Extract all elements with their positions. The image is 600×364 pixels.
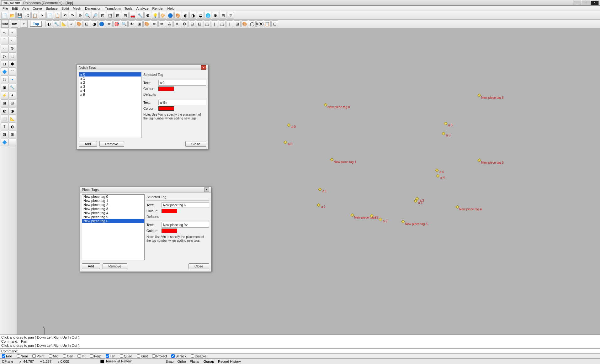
toolbar1-btn-1[interactable]: 📂 <box>9 12 16 19</box>
toolbar1-btn-26[interactable]: ◒ <box>197 12 204 19</box>
menu-solid[interactable]: Solid <box>60 7 71 10</box>
osnap-mid[interactable]: Mid <box>49 354 59 358</box>
toolbar1-btn-19[interactable]: ⚙ <box>144 12 151 19</box>
side-tool-14-1[interactable] <box>8 139 16 146</box>
toolbar2-btn-24[interactable]: | <box>226 20 233 27</box>
side-tool-6-0[interactable]: ⬡ <box>1 76 8 83</box>
notch-mark[interactable] <box>442 132 445 135</box>
notch-mark[interactable] <box>284 140 287 144</box>
notch-mark[interactable] <box>287 123 290 127</box>
side-tool-5-0[interactable]: 🔷 <box>1 68 8 76</box>
osnap-quad[interactable]: Quad <box>120 354 132 358</box>
toolbar2-btn-14[interactable]: ✏ <box>151 20 158 27</box>
osnap-int[interactable]: Int <box>77 354 85 358</box>
osnap-point[interactable]: Point <box>32 354 44 358</box>
toolbar1-btn-8[interactable]: ↶ <box>61 12 68 19</box>
piece-default-colour-swatch[interactable] <box>162 229 177 233</box>
side-tool-13-1[interactable]: ⊞ <box>8 131 16 138</box>
side-tool-0-0[interactable]: ↖ <box>1 29 8 36</box>
piece-remove-button[interactable]: Remove <box>103 263 127 269</box>
notch-mark[interactable] <box>436 174 439 177</box>
notch-tags-list[interactable]: a 0a 1a 2a 3a 4a 5 <box>79 72 141 138</box>
toolbar2-btn-19[interactable]: ⊞ <box>188 20 195 27</box>
toolbar1-btn-23[interactable]: 🎨 <box>174 12 181 19</box>
piece-list-item[interactable]: New piece tag 0 <box>82 195 144 199</box>
side-tool-11-0[interactable]: ⬜ <box>1 115 8 123</box>
toolbar2-btn-5[interactable]: ⊡ <box>83 20 90 27</box>
toolbar2-btn-18[interactable]: ⚙ <box>181 20 188 27</box>
side-tool-12-0[interactable]: T <box>1 123 8 130</box>
piece-tag-mark[interactable] <box>477 158 481 162</box>
piece-tag-mark[interactable] <box>324 103 327 106</box>
side-tool-8-1[interactable]: ✦ <box>8 92 16 99</box>
toolbar1-btn-9[interactable]: ↷ <box>69 12 76 19</box>
side-tool-10-1[interactable]: ◑ <box>8 107 16 115</box>
toolbar1-btn-10[interactable]: ⊕ <box>77 12 83 19</box>
viewport-top[interactable]: New piece tag 0New piece tag 1New piece … <box>17 28 600 342</box>
current-layer[interactable]: Terra-Flat Pattern <box>105 359 132 363</box>
command-prompt[interactable]: Command: <box>0 348 600 353</box>
osnap-knot[interactable]: Knot <box>137 354 148 358</box>
toolbar2-btn-25[interactable]: ⊞ <box>234 20 241 27</box>
toolbar2-btn-27[interactable]: ◯ <box>249 20 256 27</box>
piece-dialog-titlebar[interactable]: Piece Tags ✕ <box>80 187 211 193</box>
piece-list-item[interactable]: New piece tag 4 <box>82 211 144 215</box>
toolbar1-btn-20[interactable]: 💡 <box>152 12 159 19</box>
notch-list-item[interactable]: a 0 <box>79 72 141 76</box>
menu-file[interactable]: File <box>1 7 10 10</box>
piece-tag-mark[interactable] <box>455 205 459 208</box>
toolbar1-btn-16[interactable]: ⊟ <box>122 12 129 19</box>
piece-tag-mark[interactable] <box>401 220 405 223</box>
toolbar1-btn-18[interactable]: 🔧 <box>137 12 144 19</box>
toolbar2-btn-15[interactable]: ✏ <box>158 20 165 27</box>
side-tool-0-1[interactable]: ▫ <box>8 29 16 36</box>
status-toggle-planar[interactable]: Planar <box>188 360 202 363</box>
piece-list-item[interactable]: New piece tag 2 <box>82 203 144 207</box>
toolbar2-btn-30[interactable]: ⊡ <box>271 20 278 27</box>
status-toggle-ortho[interactable]: Ortho <box>175 360 188 363</box>
side-tool-14-0[interactable]: 🔷 <box>1 139 8 146</box>
notch-mark[interactable] <box>379 218 382 221</box>
side-tool-4-1[interactable]: ⬢ <box>8 60 16 68</box>
toolbar2-btn-16[interactable]: A <box>166 20 173 27</box>
piece-close-button[interactable]: Close <box>188 263 209 269</box>
side-tool-8-0[interactable]: ⚡ <box>1 92 8 99</box>
menu-curve[interactable]: Curve <box>31 7 44 10</box>
toolbar2-btn-23[interactable]: ⬚ <box>219 20 226 27</box>
menu-mesh[interactable]: Mesh <box>71 7 83 10</box>
menu-transform[interactable]: Transform <box>103 7 123 10</box>
minimize-button[interactable]: — <box>573 1 581 5</box>
piece-default-text-input[interactable] <box>162 222 209 228</box>
notch-default-colour-swatch[interactable] <box>158 106 174 111</box>
toolbar1-btn-24[interactable]: ◐ <box>182 12 189 19</box>
notch-list-item[interactable]: a 1 <box>79 76 141 81</box>
toolbar1-btn-6[interactable]: 📄 <box>46 12 53 19</box>
menu-help[interactable]: Help <box>166 7 177 10</box>
side-tool-12-1[interactable]: ◐ <box>8 123 16 130</box>
menu-edit[interactable]: Edit <box>10 7 20 10</box>
toolbar2-btn-9[interactable]: 🎯 <box>113 20 120 27</box>
toolbar1-btn-3[interactable]: 🖨 <box>24 12 31 19</box>
toolbar1-btn-27[interactable]: 🌐 <box>204 12 211 19</box>
status-toggle-snap[interactable]: Snap <box>164 360 176 363</box>
toolbar2-btn-0[interactable]: ◐ <box>45 20 52 27</box>
notch-list-item[interactable]: a 2 <box>79 81 141 85</box>
osnap-tan[interactable]: Tan <box>106 354 115 358</box>
notch-default-text-input[interactable] <box>158 100 206 105</box>
notch-list-item[interactable]: a 4 <box>79 89 141 93</box>
maximize-button[interactable]: ▢ <box>582 1 590 5</box>
side-tool-2-1[interactable]: ⊙ <box>8 45 16 52</box>
toolbar1-btn-4[interactable]: 📋 <box>31 12 38 19</box>
side-tool-10-0[interactable]: ◐ <box>1 107 8 115</box>
notch-mark[interactable] <box>444 122 447 125</box>
piece-tags-list[interactable]: New piece tag 0New piece tag 1New piece … <box>82 194 145 260</box>
menu-surface[interactable]: Surface <box>44 7 60 10</box>
toolbar1-btn-13[interactable]: ⊡ <box>99 12 106 19</box>
toolbar2-left-2[interactable]: ? <box>20 20 28 28</box>
toolbar2-btn-6[interactable]: ◑ <box>91 20 98 27</box>
status-toggle-record-history[interactable]: Record History <box>216 360 243 363</box>
toolbar2-btn-3[interactable]: ✓ <box>68 20 75 27</box>
piece-add-button[interactable]: Add <box>82 263 100 269</box>
toolbar1-btn-29[interactable]: ⊞ <box>220 12 226 19</box>
piece-tag-mark[interactable] <box>330 158 333 161</box>
